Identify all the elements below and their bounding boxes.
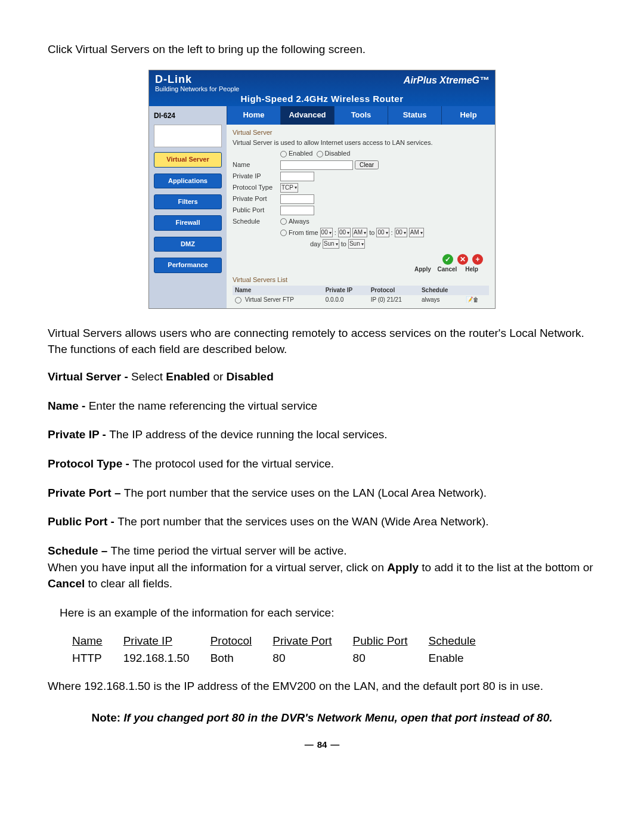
sidebar: DI-624 Virtual Server Applications Filte… [149, 106, 227, 308]
sidebar-applications[interactable]: Applications [154, 174, 222, 188]
def-private-port: Private Port – The port number that the … [48, 485, 596, 501]
from-label: From [289, 228, 304, 237]
cancel-icon[interactable]: ✕ [457, 254, 468, 265]
sidebar-performance[interactable]: Performance [154, 258, 222, 272]
to-label-2: to [341, 240, 346, 249]
ex-th-pport: Private Port [272, 633, 352, 650]
always-radio[interactable] [280, 218, 287, 225]
note-text: Note: If you changed port 80 in the DVR'… [48, 710, 596, 726]
public-port-label: Public Port [233, 206, 280, 215]
tab-advanced[interactable]: Advanced [280, 106, 334, 124]
min1-select[interactable]: 00 [338, 228, 351, 237]
day-from-select[interactable]: Sun [323, 239, 339, 249]
to-label: to [369, 228, 374, 237]
disabled-radio[interactable] [317, 151, 323, 157]
schedule-label: Schedule [233, 217, 280, 226]
always-label: Always [289, 217, 309, 226]
private-port-label: Private Port [233, 194, 280, 203]
tab-status[interactable]: Status [388, 106, 441, 124]
intro-text: Click Virtual Servers on the left to bri… [48, 42, 596, 58]
section-desc: Virtual Server is used to allow Internet… [233, 138, 489, 147]
time-label: time [306, 228, 318, 237]
apply-icon[interactable]: ✓ [442, 254, 453, 265]
help-label: Help [460, 265, 483, 274]
brand-block: D-Link Building Networks for People [155, 74, 239, 93]
private-port-input[interactable] [280, 194, 314, 204]
ampm2-select[interactable]: AM [409, 228, 424, 237]
apply-label: Apply [411, 265, 434, 274]
sidebar-filters[interactable]: Filters [154, 194, 222, 209]
para-description: Virtual Servers allows users who are con… [48, 326, 596, 357]
day-label: day [310, 240, 321, 249]
def-virtual-server: Virtual Server - Select Enabled or Disab… [48, 369, 596, 385]
product-logo: AirPlus XtremeG™ [404, 74, 489, 87]
def-protocol-type: Protocol Type - The protocol used for th… [48, 456, 596, 472]
hour1-select[interactable]: 00 [320, 228, 333, 237]
table-row: Virtual Server FTP 0.0.0.0 IP (0) 21/21 … [233, 295, 489, 305]
protocol-select[interactable]: TCP [280, 183, 298, 193]
where-text: Where 192.168.1.50 is the IP address of … [48, 679, 596, 695]
clear-button[interactable]: Clear [355, 160, 379, 169]
ex-th-name: Name [72, 633, 123, 650]
row-actions[interactable]: 📝🗑 [463, 295, 489, 305]
th-proto: Protocol [369, 286, 419, 295]
device-image [154, 125, 222, 147]
ex-th-sched: Schedule [428, 633, 496, 650]
th-sched: Schedule [419, 286, 463, 295]
def-schedule: Schedule – The time period the virtual s… [48, 543, 596, 559]
name-label: Name [233, 160, 280, 169]
tab-home[interactable]: Home [227, 106, 280, 124]
def-name: Name - Enter the name referencing the vi… [48, 398, 596, 414]
tab-help[interactable]: Help [441, 106, 495, 124]
ex-th-proto: Protocol [210, 633, 273, 650]
sidebar-firewall[interactable]: Firewall [154, 215, 222, 230]
ampm1-select[interactable]: AM [352, 228, 367, 237]
from-radio[interactable] [280, 230, 287, 236]
def-public-port: Public Port - The port number that the s… [48, 514, 596, 530]
router-screenshot: D-Link Building Networks for People AirP… [148, 70, 496, 309]
day-to-select[interactable]: Sun [348, 239, 365, 249]
protocol-type-label: Protocol Type [233, 183, 280, 192]
tab-tools[interactable]: Tools [334, 106, 388, 124]
row-radio[interactable] [235, 297, 242, 304]
page-number: 84 [48, 738, 596, 751]
name-input[interactable] [280, 160, 353, 170]
model-label: DI-624 [154, 111, 222, 121]
enabled-radio[interactable] [280, 151, 287, 157]
list-title: Virtual Servers List [233, 275, 489, 284]
sidebar-virtual-server[interactable]: Virtual Server [154, 152, 222, 167]
private-ip-label: Private IP [233, 172, 280, 181]
tab-bar: Home Advanced Tools Status Help [227, 106, 495, 124]
th-name: Name [233, 286, 323, 295]
private-ip-input[interactable] [280, 172, 314, 181]
th-pip: Private IP [323, 286, 369, 295]
min2-select[interactable]: 00 [395, 228, 407, 237]
example-table: Name Private IP Protocol Private Port Pu… [72, 633, 496, 667]
section-title: Virtual Server [233, 128, 489, 137]
product-tagline: High-Speed 2.4GHz Wireless Router [155, 92, 489, 105]
public-port-input[interactable] [280, 206, 314, 215]
def-apply-cancel: When you have input all the information … [48, 560, 596, 592]
example-row: HTTP192.168.1.50Both 8080Enable [72, 650, 496, 667]
enabled-label: Enabled [289, 149, 312, 158]
disabled-label: Disabled [325, 149, 351, 158]
ex-th-pubport: Public Port [352, 633, 428, 650]
def-private-ip: Private IP - The IP address of the devic… [48, 427, 596, 443]
cancel-label: Cancel [436, 265, 459, 274]
servers-table: Name Private IP Protocol Schedule Virtua… [233, 286, 489, 305]
example-intro: Here is an example of the information fo… [60, 605, 596, 621]
help-icon[interactable]: + [472, 254, 483, 265]
hour2-select[interactable]: 00 [376, 228, 389, 237]
sidebar-dmz[interactable]: DMZ [154, 237, 222, 252]
ex-th-pip: Private IP [123, 633, 210, 650]
